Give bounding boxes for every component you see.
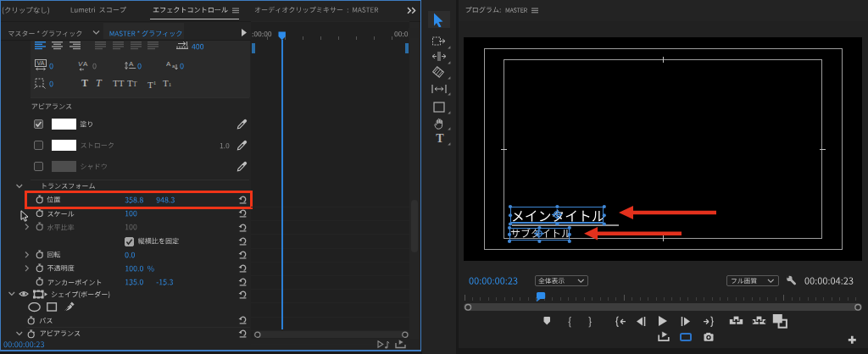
svg-text:A: A	[166, 60, 171, 68]
svg-text:A: A	[83, 60, 88, 68]
svg-text:VA: VA	[37, 60, 45, 66]
svg-text:A: A	[129, 60, 134, 68]
